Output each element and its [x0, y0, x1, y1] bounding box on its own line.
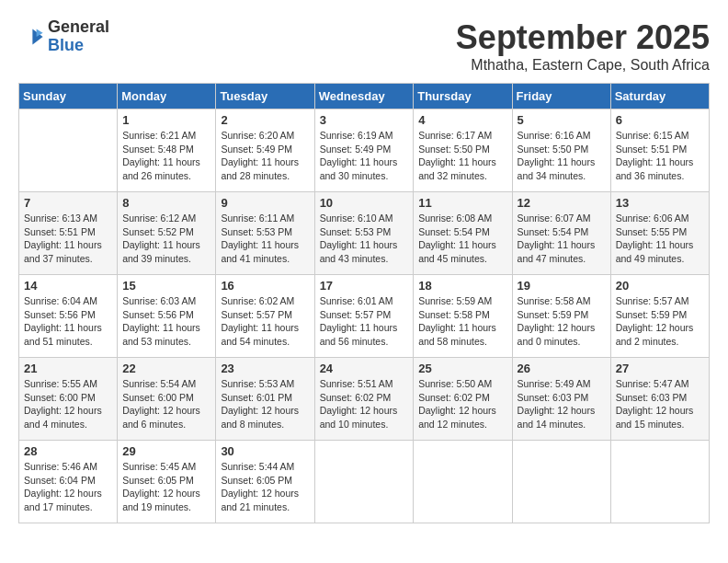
day-info: Sunrise: 6:07 AMSunset: 5:54 PMDaylight:… — [518, 212, 606, 266]
calendar-cell: 29Sunrise: 5:45 AMSunset: 6:05 PMDayligh… — [118, 441, 216, 523]
day-info: Sunrise: 6:21 AMSunset: 5:48 PMDaylight:… — [122, 129, 210, 183]
calendar-cell: 11Sunrise: 6:08 AMSunset: 5:54 PMDayligh… — [414, 192, 512, 275]
day-info: Sunrise: 5:55 AMSunset: 6:00 PMDaylight:… — [24, 377, 112, 431]
weekday-header: Friday — [512, 84, 610, 109]
day-number: 25 — [418, 362, 506, 375]
day-number: 6 — [616, 113, 704, 127]
day-number: 20 — [616, 279, 704, 293]
calendar-cell: 14Sunrise: 6:04 AMSunset: 5:56 PMDayligh… — [19, 275, 118, 358]
day-info: Sunrise: 6:20 AMSunset: 5:49 PMDaylight:… — [221, 129, 309, 183]
day-info: Sunrise: 6:01 AMSunset: 5:57 PMDaylight:… — [320, 294, 409, 349]
day-number: 29 — [122, 444, 210, 458]
month-title: September 2025 — [456, 18, 710, 57]
day-number: 10 — [320, 196, 409, 210]
day-number: 27 — [616, 362, 704, 375]
calendar-cell: 27Sunrise: 5:47 AMSunset: 6:03 PMDayligh… — [610, 358, 709, 441]
calendar-week-row: 14Sunrise: 6:04 AMSunset: 5:56 PMDayligh… — [19, 275, 710, 358]
logo-icon — [18, 24, 44, 50]
day-number: 2 — [221, 113, 309, 127]
day-info: Sunrise: 5:54 AMSunset: 6:00 PMDaylight:… — [122, 377, 210, 431]
day-number: 4 — [418, 113, 506, 127]
calendar-cell: 19Sunrise: 5:58 AMSunset: 5:59 PMDayligh… — [512, 275, 610, 358]
calendar-cell: 2Sunrise: 6:20 AMSunset: 5:49 PMDaylight… — [216, 109, 314, 192]
calendar-cell: 3Sunrise: 6:19 AMSunset: 5:49 PMDaylight… — [314, 109, 414, 192]
calendar-cell — [314, 441, 414, 523]
day-number: 12 — [518, 196, 606, 210]
day-info: Sunrise: 6:12 AMSunset: 5:52 PMDaylight:… — [122, 212, 210, 266]
day-number: 30 — [221, 444, 309, 458]
calendar-cell: 6Sunrise: 6:15 AMSunset: 5:51 PMDaylight… — [610, 109, 709, 192]
calendar-table: SundayMondayTuesdayWednesdayThursdayFrid… — [18, 83, 710, 523]
day-info: Sunrise: 6:11 AMSunset: 5:53 PMDaylight:… — [221, 212, 309, 266]
day-info: Sunrise: 6:04 AMSunset: 5:56 PMDaylight:… — [24, 294, 112, 349]
calendar-cell: 9Sunrise: 6:11 AMSunset: 5:53 PMDaylight… — [216, 192, 314, 275]
calendar-cell: 12Sunrise: 6:07 AMSunset: 5:54 PMDayligh… — [512, 192, 610, 275]
weekday-header: Tuesday — [216, 84, 314, 109]
calendar-cell: 4Sunrise: 6:17 AMSunset: 5:50 PMDaylight… — [414, 109, 512, 192]
day-info: Sunrise: 5:53 AMSunset: 6:01 PMDaylight:… — [221, 377, 309, 431]
calendar-cell: 24Sunrise: 5:51 AMSunset: 6:02 PMDayligh… — [314, 358, 414, 441]
day-info: Sunrise: 6:08 AMSunset: 5:54 PMDaylight:… — [418, 212, 506, 266]
day-info: Sunrise: 5:44 AMSunset: 6:05 PMDaylight:… — [221, 460, 309, 514]
day-info: Sunrise: 6:16 AMSunset: 5:50 PMDaylight:… — [518, 129, 606, 183]
weekday-header: Saturday — [610, 84, 709, 109]
day-number: 23 — [221, 362, 309, 375]
day-info: Sunrise: 6:02 AMSunset: 5:57 PMDaylight:… — [221, 294, 309, 349]
day-number: 5 — [518, 113, 606, 127]
title-section: September 2025 Mthatha, Eastern Cape, So… — [456, 18, 710, 74]
day-number: 14 — [24, 279, 112, 293]
calendar-cell: 21Sunrise: 5:55 AMSunset: 6:00 PMDayligh… — [19, 358, 118, 441]
weekday-header: Sunday — [19, 84, 118, 109]
day-info: Sunrise: 6:06 AMSunset: 5:55 PMDaylight:… — [616, 212, 704, 266]
day-number: 11 — [418, 196, 506, 210]
weekday-header: Thursday — [414, 84, 512, 109]
calendar-week-row: 21Sunrise: 5:55 AMSunset: 6:00 PMDayligh… — [19, 358, 710, 441]
calendar-cell: 23Sunrise: 5:53 AMSunset: 6:01 PMDayligh… — [216, 358, 314, 441]
day-number: 15 — [122, 279, 210, 293]
calendar-cell: 18Sunrise: 5:59 AMSunset: 5:58 PMDayligh… — [414, 275, 512, 358]
day-info: Sunrise: 6:13 AMSunset: 5:51 PMDaylight:… — [24, 212, 112, 266]
day-info: Sunrise: 6:15 AMSunset: 5:51 PMDaylight:… — [616, 129, 704, 183]
day-number: 17 — [320, 279, 409, 293]
calendar-cell: 1Sunrise: 6:21 AMSunset: 5:48 PMDaylight… — [118, 109, 216, 192]
calendar-cell — [19, 109, 118, 192]
day-number: 1 — [122, 113, 210, 127]
day-number: 7 — [24, 196, 112, 210]
calendar-week-row: 28Sunrise: 5:46 AMSunset: 6:04 PMDayligh… — [19, 441, 710, 523]
calendar-cell: 30Sunrise: 5:44 AMSunset: 6:05 PMDayligh… — [216, 441, 314, 523]
calendar-cell — [610, 441, 709, 523]
calendar-cell: 22Sunrise: 5:54 AMSunset: 6:00 PMDayligh… — [118, 358, 216, 441]
day-number: 16 — [221, 279, 309, 293]
day-number: 24 — [320, 362, 409, 375]
day-info: Sunrise: 6:03 AMSunset: 5:56 PMDaylight:… — [122, 294, 210, 349]
day-number: 21 — [24, 362, 112, 375]
weekday-header: Monday — [118, 84, 216, 109]
day-number: 18 — [418, 279, 506, 293]
day-info: Sunrise: 5:58 AMSunset: 5:59 PMDaylight:… — [518, 294, 606, 349]
day-number: 8 — [122, 196, 210, 210]
calendar-cell: 13Sunrise: 6:06 AMSunset: 5:55 PMDayligh… — [610, 192, 709, 275]
calendar-week-row: 7Sunrise: 6:13 AMSunset: 5:51 PMDaylight… — [19, 192, 710, 275]
calendar-cell: 7Sunrise: 6:13 AMSunset: 5:51 PMDaylight… — [19, 192, 118, 275]
day-info: Sunrise: 5:51 AMSunset: 6:02 PMDaylight:… — [320, 377, 409, 431]
day-number: 13 — [616, 196, 704, 210]
day-info: Sunrise: 5:49 AMSunset: 6:03 PMDaylight:… — [518, 377, 606, 431]
calendar-cell: 8Sunrise: 6:12 AMSunset: 5:52 PMDaylight… — [118, 192, 216, 275]
day-info: Sunrise: 5:57 AMSunset: 5:59 PMDaylight:… — [616, 294, 704, 349]
calendar-cell — [414, 441, 512, 523]
calendar-cell: 17Sunrise: 6:01 AMSunset: 5:57 PMDayligh… — [314, 275, 414, 358]
calendar-cell: 20Sunrise: 5:57 AMSunset: 5:59 PMDayligh… — [610, 275, 709, 358]
weekday-header: Wednesday — [314, 84, 414, 109]
calendar-cell: 28Sunrise: 5:46 AMSunset: 6:04 PMDayligh… — [19, 441, 118, 523]
day-info: Sunrise: 5:45 AMSunset: 6:05 PMDaylight:… — [122, 460, 210, 514]
day-info: Sunrise: 5:47 AMSunset: 6:03 PMDaylight:… — [616, 377, 704, 431]
day-number: 22 — [122, 362, 210, 375]
calendar-week-row: 1Sunrise: 6:21 AMSunset: 5:48 PMDaylight… — [19, 109, 710, 192]
weekday-header-row: SundayMondayTuesdayWednesdayThursdayFrid… — [19, 84, 710, 109]
day-info: Sunrise: 5:59 AMSunset: 5:58 PMDaylight:… — [418, 294, 506, 349]
day-number: 3 — [320, 113, 409, 127]
day-number: 9 — [221, 196, 309, 210]
calendar-cell: 25Sunrise: 5:50 AMSunset: 6:02 PMDayligh… — [414, 358, 512, 441]
calendar-cell: 10Sunrise: 6:10 AMSunset: 5:53 PMDayligh… — [314, 192, 414, 275]
location-title: Mthatha, Eastern Cape, South Africa — [456, 57, 710, 74]
